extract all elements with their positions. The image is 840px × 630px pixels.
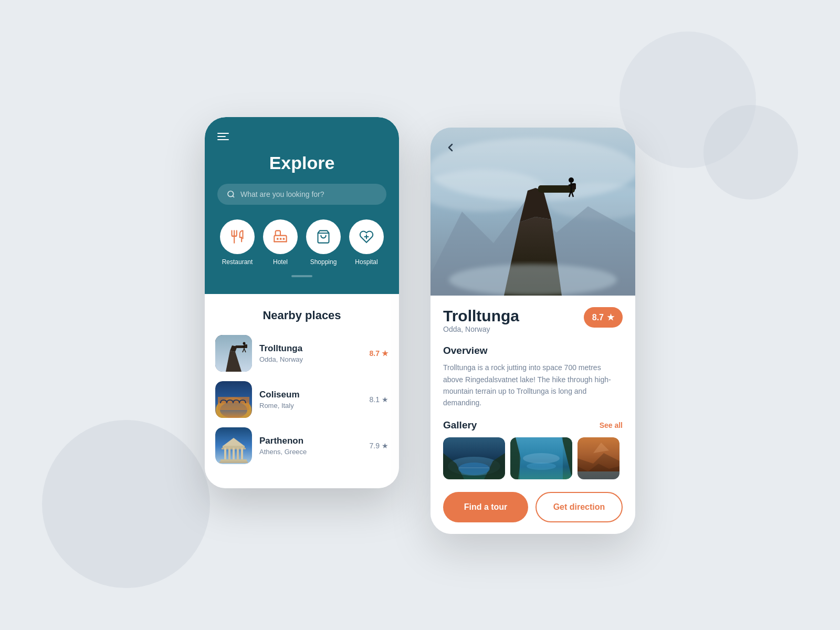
svg-point-59 xyxy=(523,453,560,464)
explore-title: Explore xyxy=(217,153,386,173)
rating-star-icon: ★ xyxy=(607,312,614,322)
place-image-parthenon xyxy=(215,427,252,464)
see-all-button[interactable]: See all xyxy=(600,421,623,429)
restaurant-icon xyxy=(230,229,245,244)
scroll-dot xyxy=(291,275,312,277)
gallery-title: Gallery xyxy=(443,419,477,431)
hero-svg xyxy=(430,128,635,296)
gallery-header: Gallery See all xyxy=(443,419,623,431)
svg-point-0 xyxy=(228,191,234,197)
detail-hero-image xyxy=(430,128,635,296)
gallery-grid xyxy=(443,437,623,479)
phone-detail: Trolltunga Odda, Norway 8.7 ★ Overview T… xyxy=(430,128,635,534)
place-rating-trolltunga: 8.7 ★ xyxy=(370,349,388,358)
overview-title: Overview xyxy=(443,345,623,356)
place-name-trolltunga: Trolltunga xyxy=(259,343,362,354)
detail-place-location: Odda, Norway xyxy=(443,325,519,333)
hotel-icon xyxy=(273,229,288,244)
gallery-image-3[interactable] xyxy=(578,437,620,479)
gallery-svg-1 xyxy=(443,437,505,479)
svg-rect-64 xyxy=(578,471,620,479)
svg-point-48 xyxy=(449,264,617,296)
gallery-svg-3 xyxy=(578,437,620,479)
nearby-section: Nearby places xyxy=(205,294,399,488)
place-location-coliseum: Rome, Italy xyxy=(259,402,362,410)
category-restaurant[interactable]: Restaurant xyxy=(220,219,255,266)
svg-rect-29 xyxy=(233,448,235,459)
place-item-parthenon[interactable]: Parthenon Athens, Greece 7.9 ★ xyxy=(215,427,388,464)
category-hotel[interactable]: Hotel xyxy=(263,219,298,266)
category-circle-hospital xyxy=(349,219,384,254)
phone-explore: Explore Res xyxy=(205,117,399,488)
search-bar[interactable] xyxy=(217,184,386,205)
category-label-hotel: Hotel xyxy=(273,258,288,266)
place-image-trolltunga xyxy=(215,335,252,372)
svg-rect-41 xyxy=(538,185,575,193)
bg-decoration-1 xyxy=(42,420,210,588)
rating-badge: 8.7 ★ xyxy=(584,307,623,328)
nearby-title: Nearby places xyxy=(215,309,388,322)
back-button[interactable] xyxy=(441,138,460,157)
svg-rect-30 xyxy=(237,448,239,459)
explore-header: Explore Res xyxy=(205,117,399,294)
svg-rect-21 xyxy=(218,402,249,410)
shopping-icon xyxy=(316,229,331,244)
search-icon xyxy=(227,190,235,198)
category-label-hospital: Hospital xyxy=(355,258,377,266)
place-location-parthenon: Athens, Greece xyxy=(259,448,362,456)
svg-point-42 xyxy=(569,177,574,183)
detail-content: Trolltunga Odda, Norway 8.7 ★ Overview T… xyxy=(430,296,635,534)
action-buttons: Find a tour Get direction xyxy=(443,492,623,522)
category-label-restaurant: Restaurant xyxy=(222,258,253,266)
overview-text: Trolltunga is a rock jutting into space … xyxy=(443,362,623,409)
gallery-svg-2 xyxy=(510,437,572,479)
svg-point-60 xyxy=(527,463,556,470)
detail-header: Trolltunga Odda, Norway 8.7 ★ xyxy=(443,307,623,343)
hospital-icon xyxy=(359,229,374,244)
svg-rect-27 xyxy=(224,448,226,459)
place-item-coliseum[interactable]: Coliseum Rome, Italy 8.1 ★ xyxy=(215,381,388,418)
search-input[interactable] xyxy=(240,190,377,198)
place-location-trolltunga: Odda, Norway xyxy=(259,355,362,363)
bg-decoration-3 xyxy=(704,105,798,200)
svg-rect-32 xyxy=(220,459,247,461)
find-tour-button[interactable]: Find a tour xyxy=(443,492,528,522)
place-info-parthenon: Parthenon Athens, Greece xyxy=(259,436,362,456)
svg-rect-3 xyxy=(280,238,282,240)
category-circle-restaurant xyxy=(220,219,255,254)
place-info-coliseum: Coliseum Rome, Italy xyxy=(259,390,362,410)
category-shopping[interactable]: Shopping xyxy=(306,219,341,266)
svg-rect-4 xyxy=(283,238,285,240)
svg-point-53 xyxy=(458,463,490,475)
trolltunga-thumbnail xyxy=(215,335,252,372)
svg-rect-18 xyxy=(245,344,247,348)
svg-rect-25 xyxy=(223,446,245,448)
category-hospital[interactable]: Hospital xyxy=(349,219,384,266)
detail-title-group: Trolltunga Odda, Norway xyxy=(443,307,519,343)
rating-value: 8.7 xyxy=(592,313,604,322)
categories-row: Restaurant Hotel xyxy=(217,219,386,271)
svg-point-13 xyxy=(243,342,246,345)
place-rating-coliseum: 8.1 ★ xyxy=(370,395,388,404)
category-circle-shopping xyxy=(306,219,341,254)
hamburger-menu-icon[interactable] xyxy=(217,133,386,140)
category-circle-hotel xyxy=(263,219,298,254)
gallery-image-2[interactable] xyxy=(510,437,572,479)
detail-place-name: Trolltunga xyxy=(443,307,519,325)
place-info-trolltunga: Trolltunga Odda, Norway xyxy=(259,343,362,363)
place-name-coliseum: Coliseum xyxy=(259,390,362,400)
place-rating-parthenon: 7.9 ★ xyxy=(370,442,388,450)
place-item-trolltunga[interactable]: Trolltunga Odda, Norway 8.7 ★ xyxy=(215,335,388,372)
parthenon-thumbnail xyxy=(215,427,252,464)
svg-rect-33 xyxy=(219,461,248,463)
svg-rect-2 xyxy=(277,238,279,240)
svg-rect-28 xyxy=(228,448,230,459)
scroll-indicator xyxy=(217,271,386,278)
place-name-parthenon: Parthenon xyxy=(259,436,362,446)
place-image-coliseum xyxy=(215,381,252,418)
get-direction-button[interactable]: Get direction xyxy=(536,492,623,522)
svg-rect-31 xyxy=(241,448,243,459)
gallery-image-1[interactable] xyxy=(443,437,505,479)
category-label-shopping: Shopping xyxy=(310,258,337,266)
phones-container: Explore Res xyxy=(205,96,635,534)
